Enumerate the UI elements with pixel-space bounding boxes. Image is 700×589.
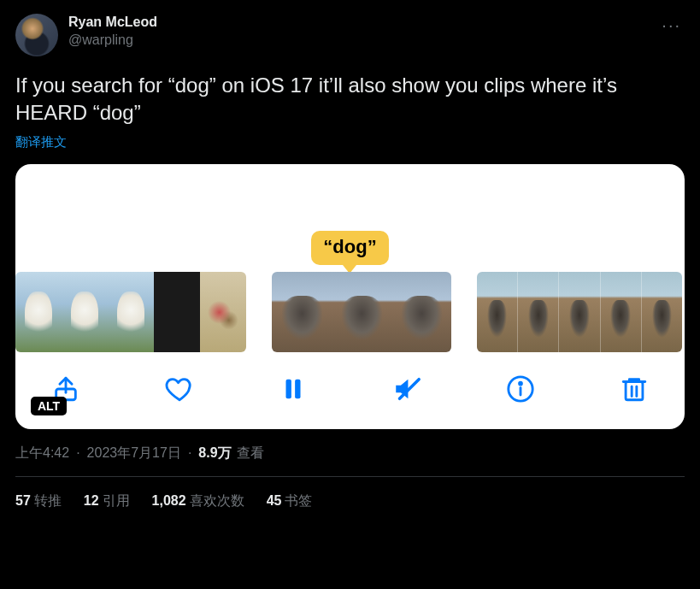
tweet-text: If you search for “dog” on iOS 17 it’ll …	[15, 72, 685, 127]
likes-stat[interactable]: 1,082喜欢次数	[152, 492, 244, 510]
quotes-label: 引用	[103, 493, 130, 508]
views-label: 查看	[237, 445, 264, 462]
bookmarks-stat[interactable]: 45书签	[267, 492, 313, 510]
video-frame	[601, 272, 642, 352]
svg-rect-7	[626, 381, 643, 399]
views-count: 8.9万	[198, 445, 231, 462]
retweets-count: 57	[15, 493, 31, 508]
retweets-stat[interactable]: 57转推	[15, 492, 62, 510]
clip-group-3[interactable]	[477, 272, 682, 352]
author-names[interactable]: Ryan McLeod @warpling	[68, 14, 157, 50]
video-frame	[391, 272, 451, 352]
video-frame	[518, 272, 559, 352]
video-frame	[154, 272, 200, 352]
more-menu-button[interactable]: ···	[658, 12, 685, 38]
media-toolbar	[15, 352, 685, 414]
video-frame	[272, 272, 332, 352]
video-frame	[332, 272, 391, 352]
bookmarks-label: 书签	[285, 493, 312, 508]
video-frame	[559, 272, 600, 352]
retweets-label: 转推	[34, 493, 62, 508]
video-frame	[108, 272, 154, 352]
likes-label: 喜欢次数	[190, 493, 244, 508]
video-frame	[200, 272, 246, 352]
video-frame	[477, 272, 518, 352]
info-icon[interactable]	[506, 374, 535, 403]
video-frame	[62, 272, 108, 352]
meta-separator: ·	[188, 445, 191, 461]
tweet-meta[interactable]: 上午4:42 · 2023年7月17日 · 8.9万 查看	[15, 445, 685, 462]
clip-group-1[interactable]	[15, 272, 246, 352]
author-display-name: Ryan McLeod	[68, 14, 157, 32]
quotes-stat[interactable]: 12引用	[84, 492, 130, 510]
mute-icon[interactable]	[392, 374, 421, 403]
tweet-date: 2023年7月17日	[87, 445, 181, 462]
svg-point-6	[520, 382, 522, 385]
author-handle: @warpling	[68, 32, 157, 50]
svg-rect-2	[295, 379, 300, 398]
tweet-time: 上午4:42	[15, 445, 69, 462]
translate-link[interactable]: 翻译推文	[15, 134, 685, 150]
likes-count: 1,082	[152, 493, 186, 508]
tweet-header: Ryan McLeod @warpling ···	[15, 14, 685, 56]
video-timeline[interactable]	[15, 272, 685, 352]
bookmarks-count: 45	[267, 493, 282, 508]
alt-badge[interactable]: ALT	[31, 397, 67, 415]
video-frame	[642, 272, 682, 352]
quotes-count: 12	[84, 493, 99, 508]
svg-rect-1	[286, 379, 291, 398]
video-frame	[15, 272, 62, 352]
caption-row: “dog”	[15, 178, 685, 272]
caption-bubble: “dog”	[311, 231, 388, 265]
clip-group-2[interactable]	[272, 272, 451, 352]
pause-icon[interactable]	[279, 374, 308, 403]
heart-icon[interactable]	[165, 374, 194, 403]
media-card: “dog”	[15, 164, 685, 429]
meta-separator: ·	[76, 445, 79, 461]
trash-icon[interactable]	[620, 374, 649, 403]
stats-row: 57转推 12引用 1,082喜欢次数 45书签	[15, 477, 685, 510]
avatar[interactable]	[15, 14, 58, 56]
tweet-container: Ryan McLeod @warpling ··· If you search …	[0, 0, 700, 510]
